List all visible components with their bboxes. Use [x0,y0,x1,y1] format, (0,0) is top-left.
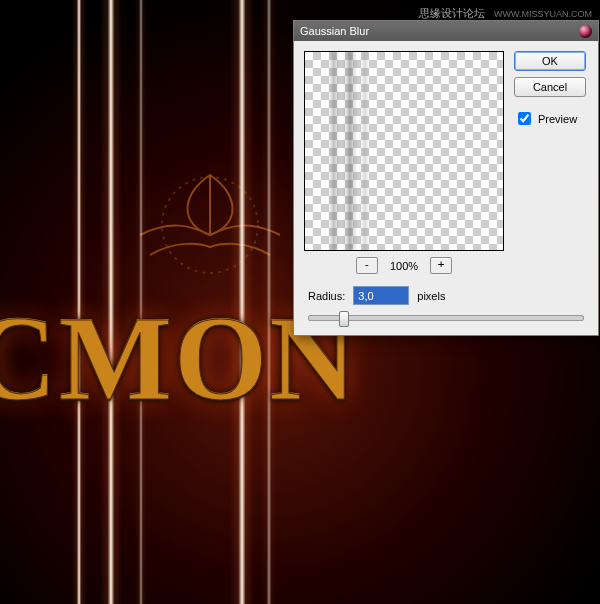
photoshop-canvas: CMON 思缘设计论坛 WWW.MISSYUAN.COM Gaussian Bl… [0,0,600,604]
preview-checkbox-label: Preview [538,113,577,125]
plus-icon: + [438,258,445,271]
titlebar-orb-icon [579,25,592,38]
watermark-sub: WWW.MISSYUAN.COM [494,9,592,19]
watermark: 思缘设计论坛 WWW.MISSYUAN.COM [419,6,592,21]
dialog-titlebar[interactable]: Gaussian Blur [294,21,598,41]
radius-label: Radius: [308,290,345,302]
radius-input[interactable] [353,286,409,305]
preview-content [305,52,503,250]
dialog-title: Gaussian Blur [300,21,369,41]
minus-icon: - [364,258,371,271]
zoom-in-button[interactable]: + [430,257,452,274]
cancel-button[interactable]: Cancel [514,77,586,97]
zoom-level: 100% [390,260,418,272]
zoom-out-button[interactable]: - [356,257,378,274]
watermark-main: 思缘设计论坛 [419,7,485,19]
radius-slider-thumb[interactable] [339,311,349,327]
radius-slider[interactable] [308,315,584,321]
radius-unit: pixels [417,290,445,302]
preview-checkbox-group[interactable]: Preview [514,109,586,128]
preview-checkbox[interactable] [518,112,531,125]
filter-preview[interactable] [304,51,504,251]
gaussian-blur-dialog: Gaussian Blur - 100% + [293,20,599,336]
ok-button[interactable]: OK [514,51,586,71]
